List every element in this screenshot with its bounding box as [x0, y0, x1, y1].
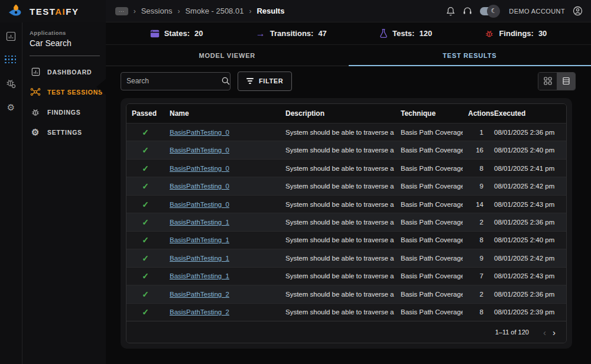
breadcrumb-separator: ›	[249, 7, 251, 15]
sidebar-item-label: SETTINGS	[47, 129, 82, 136]
breadcrumb-sessions[interactable]: Sessions	[141, 6, 173, 15]
column-header-executed: Executed	[489, 109, 566, 118]
test-actions-count: 1	[463, 129, 489, 136]
table-row[interactable]: ✓ BasisPathTesting_0 System should be ab…	[126, 159, 566, 177]
grid-view-button[interactable]	[538, 73, 557, 90]
test-actions-count: 8	[463, 308, 489, 316]
rail-bug-gear-icon[interactable]	[5, 77, 18, 90]
sessions-graph-icon	[30, 87, 41, 97]
breadcrumb-separator: ›	[177, 7, 180, 15]
sidebar-item-dashboard[interactable]: DASHBOARD	[22, 62, 106, 82]
topbar: ... › Sessions › Smoke - 2508.01 › Resul…	[106, 0, 591, 22]
search-input[interactable]	[126, 77, 218, 85]
stat-states: States:20	[150, 29, 203, 38]
test-description: System should be able to traverse a b...	[280, 147, 395, 154]
table-row[interactable]: ✓ BasisPathTesting_1 System should be ab…	[126, 267, 566, 285]
table-row[interactable]: ✓ BasisPathTesting_0 System should be ab…	[126, 195, 566, 213]
app-header: TESTAIFY	[0, 0, 106, 22]
table-row[interactable]: ✓ BasisPathTesting_1 System should be ab…	[126, 213, 566, 230]
results-card: Passed Name Description Technique Action…	[121, 98, 572, 349]
results-tabs: MODEL VIEWER TEST RESULTS	[106, 45, 591, 66]
theme-toggle[interactable]: ☾	[480, 7, 498, 15]
view-mode-toggle	[538, 72, 576, 90]
applications-label: Applications	[30, 30, 106, 36]
test-name-link[interactable]: BasisPathTesting_1	[170, 272, 229, 280]
sidebar-item-findings[interactable]: FINDINGS	[22, 102, 106, 122]
rail-settings-icon[interactable]: ⚙	[5, 100, 18, 113]
breadcrumb-collapsed-button[interactable]: ...	[115, 7, 128, 15]
table-row[interactable]: ✓ BasisPathTesting_0 System should be ab…	[126, 177, 566, 194]
passed-check-icon: ✓	[142, 290, 149, 299]
test-executed-time: 08/01/2025 2:40 pm	[489, 236, 566, 243]
test-actions-count: 2	[463, 219, 489, 226]
test-name-link[interactable]: BasisPathTesting_0	[170, 147, 229, 154]
test-technique: Basis Path Coverage	[395, 272, 463, 280]
pagination-range: 1–11 of 120	[495, 329, 529, 336]
search-icon	[222, 77, 230, 85]
test-executed-time: 08/01/2025 2:39 pm	[489, 308, 566, 316]
column-header-passed: Passed	[126, 109, 164, 118]
test-name-link[interactable]: BasisPathTesting_1	[170, 219, 229, 226]
test-name-link[interactable]: BasisPathTesting_0	[170, 129, 229, 136]
filter-button[interactable]: FILTER	[238, 72, 292, 91]
tab-test-results[interactable]: TEST RESULTS	[349, 45, 591, 66]
account-name: DEMO ACCOUNT	[509, 8, 565, 15]
results-table: Passed Name Description Technique Action…	[126, 103, 567, 343]
sidebar-item-test-sessions[interactable]: TEST SESSIONS	[22, 82, 106, 102]
table-row[interactable]: ✓ BasisPathTesting_2 System should be ab…	[126, 303, 566, 321]
test-name-link[interactable]: BasisPathTesting_0	[170, 183, 229, 190]
account-circle-icon[interactable]	[573, 6, 583, 16]
test-name-link[interactable]: BasisPathTesting_2	[170, 291, 229, 298]
test-technique: Basis Path Coverage	[395, 201, 463, 208]
table-row[interactable]: ✓ BasisPathTesting_0 System should be ab…	[126, 123, 566, 141]
list-view-button[interactable]	[557, 73, 575, 90]
sidebar-item-label: FINDINGS	[47, 109, 81, 116]
sidebar-collapse-arrow[interactable]	[96, 79, 106, 95]
test-technique: Basis Path Coverage	[395, 147, 463, 154]
test-technique: Basis Path Coverage	[395, 236, 463, 243]
test-name-link[interactable]: BasisPathTesting_0	[170, 165, 229, 172]
test-name-link[interactable]: BasisPathTesting_1	[170, 236, 229, 243]
sidebar-item-settings[interactable]: ⚙ SETTINGS	[22, 122, 106, 142]
table-row[interactable]: ✓ BasisPathTesting_0 System should be ab…	[126, 141, 566, 158]
search-box	[121, 72, 230, 90]
table-body: ✓ BasisPathTesting_0 System should be ab…	[126, 123, 566, 321]
test-name-link[interactable]: BasisPathTesting_0	[170, 201, 229, 208]
pagination-prev-button[interactable]: ‹	[541, 327, 548, 337]
application-name[interactable]: Car Search	[30, 38, 106, 48]
test-executed-time: 08/01/2025 2:42 pm	[489, 255, 566, 262]
test-description: System should be able to traverse a b...	[280, 183, 395, 190]
test-description: System should be able to traverse a b...	[280, 308, 395, 316]
rail-apps-grid-icon[interactable]	[5, 53, 18, 66]
test-executed-time: 08/01/2025 2:36 pm	[489, 219, 566, 226]
passed-check-icon: ✓	[142, 254, 149, 263]
test-actions-count: 7	[463, 272, 489, 280]
sidebar-item-label: DASHBOARD	[47, 69, 92, 76]
pagination-next-button[interactable]: ›	[550, 327, 558, 337]
test-description: System should be able to traverse a b...	[280, 236, 395, 243]
notifications-bell-icon[interactable]	[446, 6, 455, 16]
table-row[interactable]: ✓ BasisPathTesting_1 System should be ab…	[126, 231, 566, 249]
test-description: System should be able to traverse a b...	[280, 165, 395, 172]
passed-check-icon: ✓	[142, 164, 149, 173]
icon-rail: ⚙	[0, 22, 22, 364]
breadcrumb-session-name[interactable]: Smoke - 2508.01	[185, 6, 243, 15]
session-stats-bar: States:20 → Transitions:47 Tests:120 Fin…	[106, 22, 591, 45]
test-technique: Basis Path Coverage	[395, 308, 463, 316]
sidebar-item-label: TEST SESSIONS	[47, 89, 103, 96]
table-row[interactable]: ✓ BasisPathTesting_2 System should be ab…	[126, 285, 566, 303]
table-row[interactable]: ✓ BasisPathTesting_1 System should be ab…	[126, 249, 566, 266]
table-toolbar: FILTER	[106, 66, 591, 96]
breadcrumb-results: Results	[256, 6, 284, 15]
passed-check-icon: ✓	[142, 307, 149, 317]
findings-bug-icon	[485, 29, 494, 38]
tab-model-viewer[interactable]: MODEL VIEWER	[106, 45, 349, 66]
stat-tests: Tests:120	[379, 28, 432, 38]
sidebar: Applications Car Search DASHBOARD TEST S…	[22, 22, 106, 364]
stat-findings: Findings:30	[485, 29, 547, 38]
test-name-link[interactable]: BasisPathTesting_2	[170, 308, 229, 316]
rail-dashboard-icon[interactable]	[5, 30, 18, 43]
support-headset-icon[interactable]	[463, 6, 472, 15]
test-name-link[interactable]: BasisPathTesting_1	[170, 255, 229, 262]
test-executed-time: 08/01/2025 2:36 pm	[489, 129, 566, 136]
